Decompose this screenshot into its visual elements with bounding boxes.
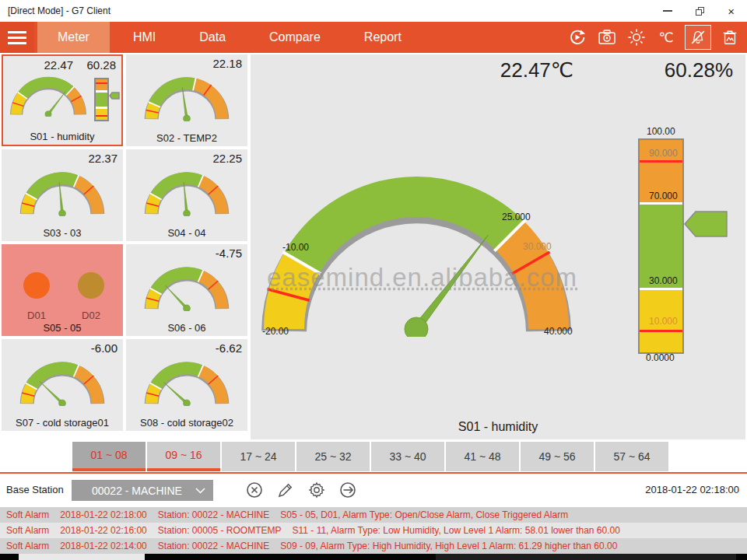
page-tab-01-08[interactable]: 01 ~ 08 [72, 442, 146, 471]
page-tab-25-32[interactable]: 25 ~ 32 [296, 442, 370, 471]
alarm-row[interactable]: Soft Alarm 2018-01-22 02:18:00 Station: … [0, 507, 747, 523]
sync-icon[interactable] [566, 26, 588, 48]
indicator-label: D02 [75, 310, 107, 321]
meter-tile-s04[interactable]: 22.25 S04 - 04 [126, 149, 247, 241]
digital-indicator-d02 [78, 272, 104, 299]
tile-value: 22.25 [212, 152, 242, 165]
page-tab-33-40[interactable]: 33 ~ 40 [371, 442, 444, 471]
alarm-station: Station: 00005 - ROOMTEMP [158, 525, 282, 536]
alarm-mute-icon[interactable] [685, 25, 711, 50]
alarm-level: Soft Alarm [6, 541, 49, 551]
restore-icon[interactable] [696, 7, 704, 16]
bar-gauge [94, 78, 109, 121]
bar-label-max: 100.00 [647, 126, 675, 137]
current-timestamp: 2018-01-22 02:18:00 [645, 484, 739, 495]
divider [0, 472, 747, 474]
page-tab-17-24[interactable]: 17 ~ 24 [222, 442, 295, 471]
tile-value-secondary: 60.28 [86, 58, 116, 72]
gauge [16, 358, 109, 406]
page-tab-41-48[interactable]: 41 ~ 48 [446, 442, 519, 471]
digital-indicator-d01 [23, 272, 50, 299]
tab-data[interactable]: Data [179, 22, 246, 53]
meter-tile-s08[interactable]: -6.62 S08 - cold storage02 [126, 339, 247, 431]
base-station-label: Base Station [6, 484, 64, 495]
gauge-label-high: 25.000 [502, 212, 531, 222]
tile-value: 22.18 [212, 57, 242, 70]
gauge-label-alarm-high: 30.000 [523, 241, 552, 252]
gauge [140, 358, 233, 406]
station-select[interactable]: 00022 - MACHINE [72, 480, 213, 501]
station-toolbar: Base Station 00022 - MACHINE 2018-01-22 … [0, 474, 747, 506]
tile-value: -6.00 [91, 341, 117, 355]
page-tab-57-64[interactable]: 57 ~ 64 [595, 442, 668, 471]
tile-label: S04 - 04 [126, 227, 247, 239]
tile-label: S07 - cold storage01 [2, 417, 123, 429]
alarm-station: Station: 00022 - MACHINE [158, 541, 269, 551]
chevron-down-icon [195, 488, 205, 494]
tile-value: 22.47 [44, 58, 73, 72]
bar-label-alarm-low: 10.000 [649, 316, 678, 327]
tile-label: S03 - 03 [2, 227, 123, 239]
menu-bar: Meter HMI Data Compare Report ℃ [0, 22, 747, 53]
alarm-station: Station: 00022 - MACHINE [158, 509, 269, 520]
tab-report[interactable]: Report [344, 22, 422, 53]
tile-label: S01 - humidity [3, 131, 121, 142]
detail-panel: 22.47℃ 60.28% -10.00 25.000 30.000 -20.0… [251, 54, 745, 439]
gauge [6, 73, 90, 117]
tile-label: S05 - 05 [2, 322, 123, 334]
celsius-unit-icon[interactable]: ℃ [655, 26, 677, 48]
meter-tile-s02[interactable]: 22.18 S02 - TEMP2 [126, 54, 247, 146]
bar-label-low: 30.000 [649, 275, 678, 286]
go-arrow-icon[interactable] [338, 481, 357, 499]
hamburger-menu-icon[interactable] [0, 22, 34, 53]
alarm-level: Soft Alarm [6, 525, 49, 536]
alarm-row[interactable]: Soft Alarm 2018-01-22 02:14:00 Station: … [0, 538, 747, 554]
bar-label-high: 70.000 [649, 191, 678, 201]
minimize-icon[interactable] [663, 10, 672, 12]
tab-meter[interactable]: Meter [37, 22, 110, 53]
meter-tile-s06[interactable]: -4.75 S06 - 06 [126, 244, 247, 336]
gauge [16, 168, 109, 216]
alarm-level: Soft Alarm [6, 509, 49, 520]
alarm-time: 2018-01-22 02:16:00 [60, 525, 146, 536]
meter-tile-s07[interactable]: -6.00 S07 - cold storage01 [2, 339, 123, 431]
tile-value: -4.75 [216, 247, 242, 260]
tile-value: 22.37 [88, 152, 117, 165]
main-gauge [254, 169, 578, 337]
alarm-message: S09 - 09, Alarm Type: High Humidity, Hig… [280, 541, 617, 551]
station-select-value: 00022 - MACHINE [92, 485, 182, 497]
edit-icon[interactable] [276, 481, 295, 499]
indicator-label: D01 [21, 310, 52, 321]
bar-label-min: 0.0000 [646, 352, 675, 363]
cancel-icon[interactable] [245, 481, 264, 499]
tab-hmi[interactable]: HMI [113, 22, 176, 53]
page-tab-09-16[interactable]: 09 ~ 16 [147, 442, 220, 471]
gauge-label-max: 40.000 [544, 326, 573, 337]
meter-tile-s05[interactable]: D01 D02 S05 - 05 [2, 244, 123, 336]
sensor-caption: S01 - humidity [420, 420, 576, 434]
humidity-value: 60.28% [665, 58, 733, 82]
g7-client-window: [Direct Mode] - G7 Client × Meter HMI Da… [0, 0, 747, 560]
settings-gear-icon[interactable] [307, 481, 326, 499]
clear-image-icon[interactable] [719, 26, 741, 48]
temperature-value: 22.47℃ [500, 58, 573, 82]
close-icon[interactable]: × [728, 5, 735, 17]
meter-tile-s01[interactable]: 22.47 60.28 S01 - humidity [2, 54, 123, 146]
gauge-label-min: -20.00 [262, 326, 289, 337]
tile-label: S08 - cold storage02 [126, 417, 247, 429]
watermark: easemind.en.alibaba.com [267, 263, 577, 292]
alarm-message: S11 - 11, Alarm Type: Low Humidity, Low … [293, 525, 620, 536]
brightness-icon[interactable] [626, 26, 647, 48]
camera-icon[interactable] [596, 26, 618, 48]
page-tabs: 01 ~ 08 09 ~ 16 17 ~ 24 25 ~ 32 33 ~ 40 … [0, 442, 747, 471]
tile-value: -6.62 [216, 341, 242, 355]
gauge [140, 263, 233, 311]
page-tab-49-56[interactable]: 49 ~ 56 [521, 442, 594, 471]
meter-tile-s03[interactable]: 22.37 S03 - 03 [2, 149, 123, 241]
tab-compare[interactable]: Compare [249, 22, 341, 53]
taskbar [0, 554, 747, 560]
gauge [140, 73, 233, 121]
alarm-row[interactable]: Soft Alarm 2018-01-22 02:16:00 Station: … [0, 523, 747, 538]
window-title: [Direct Mode] - G7 Client [0, 5, 663, 16]
menu-icon-group: ℃ [566, 22, 747, 53]
